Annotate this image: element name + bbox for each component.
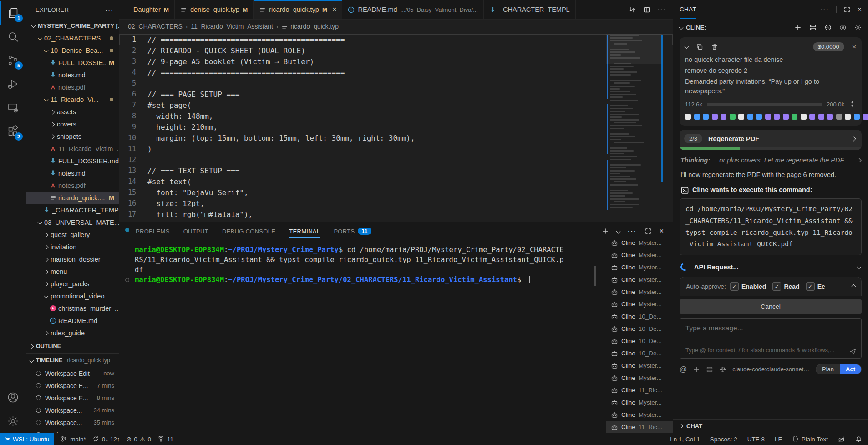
command-box[interactable]: cd /home/maria/PROJ/Mystery_Crime_Party/… [680,198,862,255]
code-line[interactable]: 7#set page( [119,100,673,111]
chevron-up-icon[interactable] [852,284,856,289]
maximize-panel-icon[interactable] [645,228,652,235]
notifications-bell-icon[interactable] [855,435,863,443]
code-line[interactable]: 11) [119,143,673,154]
close-task-icon[interactable]: × [852,43,856,51]
tree-item[interactable]: FULL_DOSSIE...M [26,56,119,69]
terminal-instance[interactable]: ClineMyster... [606,409,673,421]
timeline-item[interactable]: Workspace Editnow [26,367,119,379]
tree-item[interactable]: 03_UNIVERSAL_MATE... [26,216,119,228]
tree-item[interactable]: assets [26,106,119,118]
delete-icon[interactable] [711,43,718,51]
activitybar-item-remote-explorer[interactable] [0,96,26,119]
code-line[interactable]: 2// RICARDO - QUICK SHEET (DUAL ROLE) [119,45,673,56]
terminal-instance[interactable]: ClineMyster... [606,249,673,261]
tree-item[interactable]: 11_Ricardo_Victim_... [26,142,119,155]
tree-item[interactable]: covers [26,118,119,130]
timeline-item[interactable]: Workspace E...7 mins [26,379,119,392]
code-line[interactable]: 3// 9-page A5 booklet (Victim → Butler) [119,56,673,67]
terminal-instance[interactable]: Cline11_Ric... [606,421,673,433]
auto-approve-bar[interactable]: Auto-approve: ✓Enabled✓Read✓Ec [680,277,862,296]
compare-changes-icon[interactable] [629,6,636,13]
terminal-instance[interactable]: ClineMyster... [606,237,673,249]
tree-item[interactable]: MYSTERY_CRIME_PARTY [... [26,20,119,32]
tree-item[interactable]: notes.md [26,167,119,179]
history-icon[interactable] [824,24,832,31]
checkbox-checked-icon[interactable]: ✓ [772,282,781,291]
tree-item[interactable]: mansion_dossier [26,253,119,265]
tree-item[interactable]: README.md [26,314,119,327]
breadcrumb-folder[interactable]: 02_CHARACTERS [128,23,183,30]
terminal-dropdown-icon[interactable] [616,229,621,233]
tree-item[interactable]: notes.pdf [26,179,119,192]
tab-character-template[interactable]: _CHARACTER_TEMPL [484,0,576,19]
step-progress-card[interactable]: 2/3 Regenerate PDF [680,130,862,150]
tab-ricardo-quick[interactable]: ricardo_quick.typ M × [254,0,342,19]
panel-tab-terminal[interactable]: TERMINAL [289,222,320,240]
timeline-item[interactable]: Workspace...47 mins [26,429,119,433]
eol-sequence[interactable]: LF [775,436,782,443]
tab-readme[interactable]: README.md .../05_Daisy_Valmont_Diva/... [342,0,484,19]
code-line[interactable]: 12 [119,154,673,165]
panel-tab-ports[interactable]: PORTS11 [334,222,371,240]
collapse-task-icon[interactable] [685,45,689,49]
terminal-instance[interactable]: ClineMyster... [606,396,673,409]
model-selector[interactable]: claude-code:claude-sonnet-4-5-202... [732,366,810,373]
tree-item[interactable]: 11_Ricardo_Vi... [26,93,119,106]
mention-icon[interactable]: @ [680,365,687,374]
plan-mode-button[interactable]: Plan [816,364,840,374]
tree-item[interactable]: notes.md [26,69,119,81]
tree-item[interactable]: christmas_murder_... [26,302,119,314]
account-icon[interactable] [839,24,847,31]
close-panel-icon[interactable]: × [660,227,664,235]
terminal-instance[interactable]: ClineMyster... [606,298,673,310]
terminal-instance[interactable]: Cline10_De... [606,347,673,359]
chat-collapsed-section[interactable]: CHAT [673,419,868,433]
code-line[interactable]: 8 width: 148mm, [119,111,673,121]
tab-denise-quick[interactable]: denise_quick.typ M [175,0,254,19]
encoding[interactable]: UTF-8 [747,436,765,443]
terminal-instance[interactable]: ClineMyster... [606,372,673,384]
explorer-more-icon[interactable]: ··· [105,6,113,14]
minimap-slider[interactable] [606,34,662,64]
ports-item[interactable]: 11 [157,435,173,443]
code-editor[interactable]: 1// ====================================… [119,33,673,222]
tree-item[interactable]: invitation [26,241,119,253]
outline-section-header[interactable]: OUTLINE [26,339,119,353]
tree-item[interactable]: rules_guide [26,327,119,339]
activitybar-item-account[interactable] [0,385,26,409]
rules-icon[interactable] [719,366,726,373]
code-line[interactable]: 14#set text( [119,176,673,187]
panel-more-icon[interactable]: ··· [628,228,637,235]
tree-item[interactable]: menu [26,265,119,278]
code-line[interactable]: 13// === TEXT SETUP === [119,165,673,176]
tree-item[interactable]: 02_CHARACTERS [26,32,119,44]
git-sync-item[interactable]: 0↓ 12↑ [92,435,120,443]
terminal-instance[interactable]: ClineMyster... [606,286,673,298]
activitybar-item-source-control[interactable]: 5 [0,48,26,72]
breadcrumb-file[interactable]: ricardo_quick.typ [290,23,339,30]
auto-approve-option[interactable]: ✓Enabled [730,282,768,291]
terminal-instance[interactable]: ClineMyster... [606,359,673,372]
terminal-instance[interactable]: Cline10_De... [606,310,673,323]
editor-scrollbar[interactable] [661,35,663,182]
close-icon[interactable]: × [332,5,336,14]
auto-approve-option[interactable]: ✓Read [772,282,802,291]
activitybar-item-search[interactable] [0,25,26,48]
tree-item[interactable]: notes.pdf [26,81,119,93]
tree-item[interactable]: ricardo_quick....M [26,192,119,204]
indentation[interactable]: Spaces: 2 [710,436,737,443]
copilot-disabled-icon[interactable] [838,435,845,443]
checkbox-checked-icon[interactable]: ✓ [806,282,815,291]
timeline-item[interactable]: Workspace E...8 mins [26,392,119,404]
code-line[interactable]: 16 size: 12pt, [119,198,673,209]
terminal-instance[interactable]: Cline10_De... [606,335,673,347]
git-branch-item[interactable]: main* [61,435,86,443]
activitybar-item-run-debug[interactable] [0,72,26,96]
act-mode-button[interactable]: Act [840,364,861,374]
cursor-position[interactable]: Ln 1, Col 1 [670,436,700,443]
terminal-instance[interactable]: Cline11_Ric... [606,384,673,396]
api-request-row[interactable]: API Request... [680,263,862,271]
code-line[interactable]: 9 height: 210mm, [119,121,673,132]
settings-icon[interactable] [854,24,862,31]
